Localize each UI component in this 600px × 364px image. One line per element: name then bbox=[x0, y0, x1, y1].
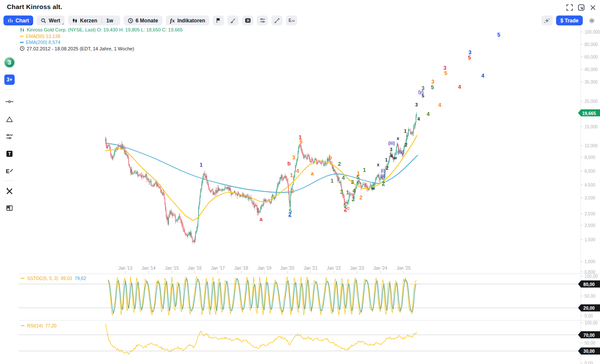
wave-label-1[interactable]: 1 bbox=[363, 168, 366, 173]
wave-label-w[interactable]: w bbox=[371, 186, 375, 191]
ema200-swatch bbox=[20, 42, 24, 43]
wave-label-ii[interactable]: (ii) bbox=[380, 174, 385, 178]
wave-label-1[interactable]: 1 bbox=[346, 190, 349, 196]
legend-daterange-row: 27.02.2012 - 18.08.2025 (EDT, 14 Jahre, … bbox=[20, 46, 183, 52]
rsi-swatch bbox=[21, 325, 25, 327]
wave-label-5[interactable]: 5 bbox=[497, 32, 501, 38]
wave-label-3[interactable]: 3 bbox=[340, 190, 343, 195]
wave-label-iii[interactable]: (iii) bbox=[389, 141, 395, 146]
wave-label-3[interactable]: 3 bbox=[432, 79, 435, 85]
wave-label-w[interactable]: w bbox=[393, 156, 397, 160]
wave-label-4[interactable]: 4 bbox=[353, 188, 356, 194]
wave-label-b[interactable]: b bbox=[329, 155, 332, 161]
wave-label-1[interactable]: 1 bbox=[290, 173, 293, 178]
rsi-label-row: RSI(14) 77,20 bbox=[21, 323, 56, 328]
wave-label-5[interactable]: 5 bbox=[289, 208, 292, 214]
wave-label-4[interactable]: 4 bbox=[342, 175, 345, 181]
legend-ema50-row: EMA(50) 13,138 bbox=[20, 33, 183, 40]
wave-label-2[interactable]: 2 bbox=[382, 181, 385, 187]
wave-label-3[interactable]: 3 bbox=[351, 180, 354, 185]
legend-symbol-row: Kinross Gold Corp. (NYSE, Last) O: 19,43… bbox=[20, 27, 183, 33]
wave-label-4[interactable]: 4 bbox=[296, 168, 299, 174]
legend-ema200: EMA(200) 8,574 bbox=[26, 39, 60, 46]
rsi-value: 77,20 bbox=[45, 323, 56, 328]
wave-label-5[interactable]: 5 bbox=[344, 203, 347, 208]
wave-label-3[interactable]: 3 bbox=[415, 103, 418, 107]
chart-window: Chart Kinross alt. Chart Wert bbox=[0, 0, 600, 364]
wave-label-a[interactable]: a bbox=[311, 171, 314, 177]
wave-label-1[interactable]: 1 bbox=[385, 158, 388, 162]
sstoc-d-value: 79,62 bbox=[75, 276, 86, 281]
wave-label-4[interactable]: 4 bbox=[427, 112, 430, 117]
chart-legend: Kinross Gold Corp. (NYSE, Last) O: 19,43… bbox=[20, 27, 183, 52]
wave-label-2[interactable]: 2 bbox=[352, 197, 355, 202]
wave-label-iv[interactable]: (iv) bbox=[398, 150, 404, 155]
clock-icon bbox=[20, 46, 25, 51]
wave-label-5[interactable]: 5 bbox=[357, 175, 360, 180]
wave-label-b[interactable]: b bbox=[287, 161, 291, 167]
wave-label-3[interactable]: 3 bbox=[390, 147, 392, 152]
wave-label-2[interactable]: 2 bbox=[386, 166, 389, 171]
sstoc-k-value: 89,03 bbox=[61, 276, 72, 281]
wave-label-4[interactable]: 4 bbox=[458, 84, 461, 90]
wave-label-i[interactable]: (i) bbox=[381, 169, 385, 173]
legend-daterange: 27.02.2012 - 18.08.2025 (EDT, 14 Jahre, … bbox=[27, 46, 134, 52]
wave-label-x[interactable]: x bbox=[397, 136, 399, 141]
wave-label-3[interactable]: 3 bbox=[292, 155, 295, 161]
candles-icon bbox=[20, 28, 25, 32]
wave-label-a[interactable]: a bbox=[260, 217, 263, 222]
legend-ema200-row: EMA(200) 8,574 bbox=[20, 39, 183, 46]
chart-canvas[interactable] bbox=[0, 0, 600, 364]
wave-label-2[interactable]: 2 bbox=[291, 189, 294, 194]
wave-label-5[interactable]: 5 bbox=[300, 139, 303, 145]
sstoc-name: SSTOC(5, 5, 3) bbox=[27, 276, 58, 281]
wave-label-4[interactable]: 4 bbox=[417, 117, 420, 121]
wave-label-1[interactable]: 1 bbox=[404, 129, 407, 134]
ema50-swatch bbox=[20, 36, 24, 37]
sstoc-label-row: SSTOC(5, 5, 3) 89,03 79,62 bbox=[21, 276, 86, 281]
rsi-name: RSI(14) bbox=[27, 323, 43, 328]
sstoc-swatch bbox=[21, 278, 25, 279]
wave-label-5[interactable]: 5 bbox=[468, 55, 471, 61]
wave-label-5[interactable]: 5 bbox=[445, 71, 448, 76]
wave-label-y[interactable]: (y) bbox=[418, 90, 423, 94]
wave-label-2[interactable]: 2 bbox=[338, 162, 341, 167]
legend-symbol-ohlc: Kinross Gold Corp. (NYSE, Last) O: 19,43… bbox=[27, 27, 183, 33]
wave-label-2[interactable]: 2 bbox=[360, 195, 363, 201]
wave-label-2[interactable]: 2 bbox=[405, 143, 407, 147]
wave-label-x[interactable]: x bbox=[377, 162, 379, 167]
wave-label-4[interactable]: 4 bbox=[482, 73, 485, 79]
wave-label-c[interactable]: c bbox=[347, 205, 350, 211]
wave-label-1[interactable]: 1 bbox=[331, 178, 334, 184]
wave-label-4[interactable]: 4 bbox=[390, 154, 393, 159]
wave-label-4[interactable]: 4 bbox=[438, 103, 441, 108]
wave-label-1[interactable]: 1 bbox=[200, 162, 203, 168]
legend-ema50: EMA(50) 13,138 bbox=[26, 33, 60, 40]
wave-label-5[interactable]: 5 bbox=[431, 85, 434, 90]
